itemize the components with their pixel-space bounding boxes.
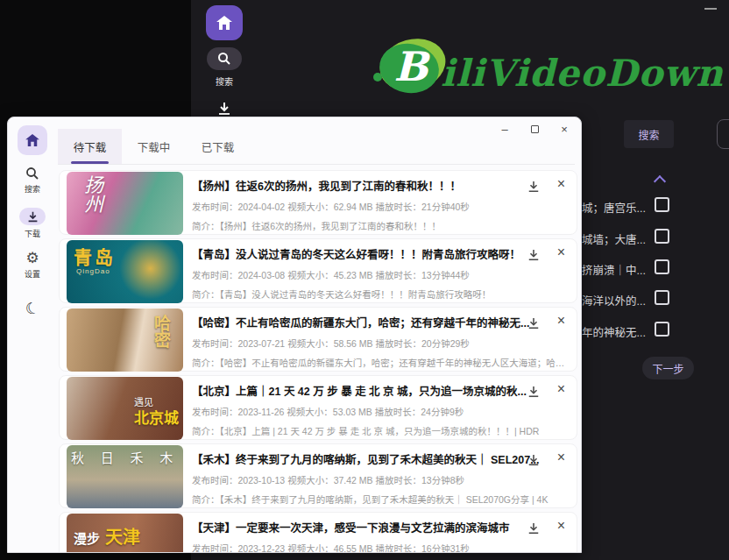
result-item-checkbox[interactable] xyxy=(655,322,669,337)
tab-pending-label: 待下载 xyxy=(74,138,107,155)
video-title: 【天津】一定要来一次天津，感受一下浪漫与文艺拉满的滨海城市 xyxy=(192,519,560,535)
result-item-checkbox[interactable] xyxy=(655,229,669,244)
result-item-checkbox[interactable] xyxy=(655,197,669,212)
gear-icon: ⚙ xyxy=(25,250,39,266)
video-row: 遇见 北京城 【北京】上篇｜21 天 42 万 步 暴 走 北 京 城，只为追一… xyxy=(59,375,577,440)
logo-mark-icon: B xyxy=(372,33,448,100)
video-title: 【哈密】不止有哈密瓜的新疆东大门，哈密；还有穿越千年的神秘无... xyxy=(192,314,560,330)
collapse-chevron-icon[interactable] xyxy=(655,177,666,188)
download-icon xyxy=(217,102,231,116)
thumbnail-text: 扬州 xyxy=(77,175,105,214)
thumbnail-subtext: 北京城 xyxy=(134,406,179,428)
row-download-button[interactable] xyxy=(527,181,540,193)
row-remove-button[interactable]: × xyxy=(557,518,565,534)
video-title: 【扬州】往返6次的扬州，我见到了江南的春和秋！！！ xyxy=(192,177,560,194)
main-sidebar: 搜索 下载 xyxy=(195,5,254,133)
next-step-button[interactable]: 下一步 xyxy=(642,357,694,379)
video-title: 【青岛】没人说过青岛的冬天这么好看呀！！！附青岛旅行攻略呀！ xyxy=(192,245,560,262)
video-row: 秋 日 禾 木 【禾木】终于来到了九月的喀纳斯，见到了禾木超美的秋天｜ SEL2… xyxy=(59,443,577,508)
video-title: 【禾木】终于来到了九月的喀纳斯，见到了禾木超美的秋天｜ SEL207... xyxy=(192,450,560,467)
dialog-settings-label: 设置 xyxy=(25,268,40,280)
video-row: 漫步 天津 【天津】一定要来一次天津，感受一下浪漫与文艺拉满的滨海城市 发布时间… xyxy=(59,512,577,553)
dialog-search-label: 搜索 xyxy=(25,183,40,195)
dark-mode-toggle[interactable]: ☾ xyxy=(23,297,41,319)
video-thumbnail: 秋 日 禾 木 xyxy=(67,445,183,508)
row-remove-button[interactable]: × xyxy=(557,313,565,329)
video-description: 简介：【扬州】往返6次的扬州，我见到了江南的春和秋！！！ xyxy=(192,219,569,232)
thumbnail-text: 秋 日 禾 木 xyxy=(71,448,179,466)
video-meta: 发布时间：2024-04-02 视频大小：62.94 MB 播放时长：21分钟4… xyxy=(192,200,568,213)
video-row: 哈密 【哈密】不止有哈密瓜的新疆东大门，哈密；还有穿越千年的神秘无... 发布时… xyxy=(59,307,577,372)
dialog-sidebar: 搜索 下载 ⚙ 设置 ☾ xyxy=(8,117,57,552)
video-description: 简介：【哈密】不止有哈密瓜的新疆东大门，哈密；还有穿越千年的神秘无人区大海道；哈… xyxy=(192,356,569,369)
row-download-button[interactable] xyxy=(527,454,540,466)
tab-pending[interactable]: 待下载 xyxy=(58,129,122,164)
result-item-checkbox[interactable] xyxy=(655,290,669,305)
moon-icon: ☾ xyxy=(24,298,42,318)
row-download-button[interactable] xyxy=(527,522,540,535)
video-description: 简介：【禾木】终于来到了九月的喀纳斯，见到了禾木超美的秋天｜ SEL2070G分… xyxy=(192,493,569,506)
logo-text: iliVideoDown xyxy=(441,52,724,95)
tab-downloading[interactable]: 下载中 xyxy=(122,129,186,164)
search-icon xyxy=(25,167,39,181)
video-list: 扬州 【扬州】往返6次的扬州，我见到了江南的春和秋！！！ 发布时间：2024-0… xyxy=(59,170,577,553)
video-thumbnail: 哈密 xyxy=(67,308,183,372)
video-description: 简介：【青岛】没人说过青岛的冬天这么好看呀！！！附青岛旅行攻略呀！ xyxy=(192,287,569,301)
video-meta: 发布时间：2024-03-08 视频大小：45.23 MB 播放时长：13分钟4… xyxy=(192,268,568,281)
search-icon xyxy=(217,52,231,66)
sidebar-item-download[interactable] xyxy=(217,102,231,116)
dialog-download-label: 下载 xyxy=(25,228,40,239)
video-title: 【北京】上篇｜21 天 42 万 步 暴 走 北 京 城，只为追一场京城的秋..… xyxy=(192,382,560,399)
row-download-button[interactable] xyxy=(527,249,540,261)
video-thumbnail: 漫步 天津 xyxy=(67,514,183,553)
search-button[interactable]: 搜索 xyxy=(624,120,674,148)
row-remove-button[interactable]: × xyxy=(557,245,565,260)
video-row: 扬州 【扬州】往返6次的扬州，我见到了江南的春和秋！！！ 发布时间：2024-0… xyxy=(59,170,577,235)
sidebar-item-home[interactable] xyxy=(206,5,243,40)
sidebar-search-label: 搜索 xyxy=(216,74,233,88)
thumbnail-text: 青岛 xyxy=(74,243,116,269)
row-download-button[interactable] xyxy=(527,317,540,330)
video-thumbnail: 遇见 北京城 xyxy=(67,377,183,440)
thumbnail-text: 漫步 xyxy=(74,528,100,547)
video-meta: 发布时间：2023-12-23 视频大小：46.55 MB 播放时长：16分钟3… xyxy=(192,542,568,553)
thumbnail-text: 哈密 xyxy=(149,315,173,348)
app-logo: B iliVideoDown xyxy=(372,33,724,100)
tab-downloaded[interactable]: 已下载 xyxy=(186,129,250,164)
row-remove-button[interactable]: × xyxy=(557,450,565,465)
window-minimize-button[interactable] xyxy=(704,8,717,10)
screen: 搜索 下载 B iliVideoDown 搜索 城；唐宫乐 xyxy=(0,0,729,560)
video-meta: 发布时间：2023-11-26 视频大小：53.03 MB 播放时长：24分钟9… xyxy=(192,405,568,418)
download-tabs: 待下载 下载中 已下载 xyxy=(58,129,575,165)
video-description: 简介：【北京】上篇 | 21 天 42 万 步 暴 走 北 京 城，只为追一场京… xyxy=(192,424,569,437)
dialog-sidebar-item-download[interactable] xyxy=(19,208,46,225)
sidebar-item-search[interactable] xyxy=(207,47,242,70)
url-search-input[interactable] xyxy=(717,119,729,149)
thumbnail-subtext: QingDao xyxy=(76,267,110,275)
active-tab-underline xyxy=(71,161,109,164)
video-thumbnail: 扬州 xyxy=(67,172,183,235)
video-meta: 发布时间：2023-10-13 视频大小：37.42 MB 播放时长：13分钟8… xyxy=(192,473,568,486)
row-download-button[interactable] xyxy=(527,386,540,398)
tab-downloading-label: 下载中 xyxy=(138,138,171,155)
home-icon xyxy=(25,134,39,146)
video-row: 青岛 QingDao 【青岛】没人说过青岛的冬天这么好看呀！！！附青岛旅行攻略呀… xyxy=(59,238,577,303)
home-icon xyxy=(216,16,232,30)
svg-text:B: B xyxy=(394,43,431,90)
dialog-sidebar-item-settings[interactable]: ⚙ xyxy=(25,251,39,266)
download-dialog: – × 搜索 下载 ⚙ 设置 ☾ xyxy=(7,117,582,553)
thumbnail-subtext: 天津 xyxy=(105,523,140,549)
video-meta: 发布时间：2023-07-21 视频大小：58.56 MB 播放时长：20分钟2… xyxy=(192,337,568,350)
video-thumbnail: 青岛 QingDao xyxy=(67,240,183,303)
tab-downloaded-label: 已下载 xyxy=(202,138,235,155)
download-icon xyxy=(27,211,39,223)
dialog-sidebar-item-search[interactable] xyxy=(25,167,39,181)
row-remove-button[interactable]: × xyxy=(557,176,565,192)
result-item-checkbox[interactable] xyxy=(655,259,669,274)
dialog-sidebar-item-home[interactable] xyxy=(18,125,47,155)
row-remove-button[interactable]: × xyxy=(557,381,565,397)
